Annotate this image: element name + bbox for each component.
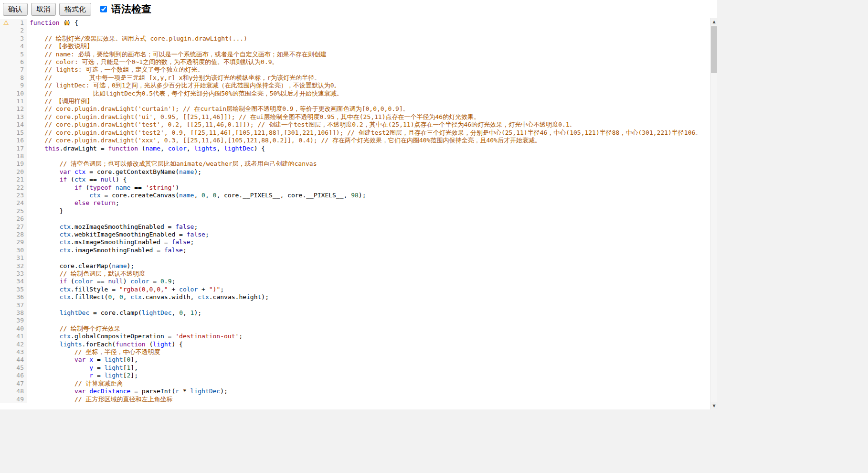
scroll-down-button[interactable]: ▼: [710, 402, 718, 409]
code-line: 35 ctx.fillStyle = "rgba(0,0,0," + color…: [0, 286, 710, 293]
code-line-text: ctx.fillStyle = "rgba(0,0,0," + color + …: [27, 286, 710, 293]
code-line-text: // color: 可选，只能是一个0~1之间的数，为不透明度的值。不填则默认为…: [27, 58, 710, 66]
line-number: 34: [0, 278, 27, 285]
line-number: 16: [0, 137, 27, 144]
code-line-text: [27, 254, 710, 262]
line-number: 21: [0, 176, 27, 183]
line-number: 7: [0, 66, 27, 74]
line-number: 18: [0, 152, 27, 160]
line-number: 19: [0, 160, 27, 168]
code-line: 17 this.drawLight = function (name, colo…: [0, 145, 710, 152]
line-number: 38: [0, 309, 27, 317]
code-line-text: var decDistance = parseInt(r * lightDec)…: [27, 387, 710, 395]
line-number: 23: [0, 192, 27, 199]
code-line: 36 ctx.fillRect(0, 0, ctx.canvas.width, …: [0, 293, 710, 301]
code-line: 24 else return;: [0, 199, 710, 207]
code-line: 19 // 清空色调层；也可以修改成其它层比如animate/weather层，…: [0, 160, 710, 168]
code-line-text: if (color == null) color = 0.9;: [27, 278, 710, 285]
line-number: 11: [0, 97, 27, 105]
line-number: 6: [0, 58, 27, 66]
line-number: 26: [0, 215, 27, 223]
code-line: 39: [0, 317, 710, 324]
code-line: 38 lightDec = core.clamp(lightDec, 0, 1)…: [0, 309, 710, 317]
code-line-text: lightDec = core.clamp(lightDec, 0, 1);: [27, 309, 710, 317]
syntax-check-label: 语法检查: [111, 2, 151, 16]
syntax-check-checkbox[interactable]: [100, 6, 107, 12]
line-number: 33: [0, 270, 27, 278]
line-number: 22: [0, 184, 27, 192]
code-line: 14 // core.plugin.drawLight('test', 0.2,…: [0, 121, 710, 129]
line-number: 13: [0, 113, 27, 121]
code-line: 47 // 计算衰减距离: [0, 380, 710, 387]
code-line-text: [27, 215, 710, 223]
line-number: 12: [0, 105, 27, 113]
code-line-text: var x = light[0],: [27, 356, 710, 364]
line-number: 8: [0, 74, 27, 82]
code-line: 30 ctx.imageSmoothingEnabled = false;: [0, 247, 710, 254]
code-line-text: // core.plugin.drawLight('curtain'); // …: [27, 105, 710, 113]
code-line: 31: [0, 254, 710, 262]
line-number: 28: [0, 231, 27, 238]
line-number: 49: [0, 396, 27, 403]
line-number: 44: [0, 356, 27, 364]
line-number: 41: [0, 333, 27, 340]
line-number: 30: [0, 247, 27, 254]
code-line-text: function () {: [27, 19, 710, 27]
code-line: 7 // lights: 可选，一个数组，定义了每个独立的灯光。: [0, 66, 710, 74]
code-line: 25 }: [0, 207, 710, 215]
code-line: 34 if (color == null) color = 0.9;: [0, 278, 710, 285]
line-number: 36: [0, 293, 27, 301]
code-line-text: // 绘制灯光/漆黑层效果。调用方式 core.plugin.drawLight…: [27, 35, 710, 43]
editor-area: ⚠1function () {2 3 // 绘制灯光/漆黑层效果。调用方式 co…: [0, 18, 717, 409]
code-line: ⚠1function () {: [0, 19, 710, 27]
code-line-text: ctx = core.createCanvas(name, 0, 0, core…: [27, 192, 710, 199]
vertical-scrollbar[interactable]: ▲ ▼: [710, 18, 717, 409]
code-line-text: [27, 317, 710, 324]
code-line: 10 // 比如lightDec为0.5代表，每个灯光部分内圈50%的范围全亮，…: [0, 90, 710, 97]
line-number: 24: [0, 199, 27, 207]
line-number: 25: [0, 207, 27, 215]
scrollbar-track[interactable]: [710, 25, 717, 402]
code-line: 26: [0, 215, 710, 223]
line-number: 27: [0, 223, 27, 231]
line-number: 48: [0, 387, 27, 395]
code-line-text: core.clearMap(name);: [27, 262, 710, 270]
script-editor-window: 确认 取消 格式化 语法检查 ⚠1function () {2 3 // 绘制灯…: [0, 0, 717, 409]
code-line-text: if (ctx == null) {: [27, 176, 710, 183]
code-line: 28 ctx.webkitImageSmoothingEnabled = fal…: [0, 231, 710, 238]
confirm-button[interactable]: 确认: [3, 3, 28, 16]
code-line-text: [27, 152, 710, 160]
toolbar: 确认 取消 格式化 语法检查: [0, 0, 717, 18]
code-line: 45 y = light[1],: [0, 364, 710, 372]
code-line-text: // 【调用样例】: [27, 97, 710, 105]
code-line-text: lights.forEach(function (light) {: [27, 341, 710, 348]
code-line-text: else return;: [27, 199, 710, 207]
line-number: 40: [0, 325, 27, 333]
code-line: 32 core.clearMap(name);: [0, 262, 710, 270]
code-line: 27 ctx.mozImageSmoothingEnabled = false;: [0, 223, 710, 231]
code-line: 18: [0, 152, 710, 160]
code-line-text: // core.plugin.drawLight('test', 0.2, [[…: [27, 121, 710, 129]
code-line-text: // 正方形区域的直径和左上角坐标: [27, 396, 710, 403]
code-line-text: this.drawLight = function (name, color, …: [27, 145, 710, 152]
code-line-text: r = light[2];: [27, 372, 710, 379]
code-line: 9 // lightDec: 可选，0到1之间，光从多少百分比才开始衰减（在此范…: [0, 82, 710, 89]
code-line: 3 // 绘制灯光/漆黑层效果。调用方式 core.plugin.drawLig…: [0, 35, 710, 43]
code-line: 33 // 绘制色调层，默认不透明度: [0, 270, 710, 278]
code-line-text: [27, 27, 710, 34]
code-editor[interactable]: ⚠1function () {2 3 // 绘制灯光/漆黑层效果。调用方式 co…: [0, 18, 710, 409]
code-line: 37: [0, 301, 710, 309]
format-button[interactable]: 格式化: [59, 3, 91, 16]
code-line: 12 // core.plugin.drawLight('curtain'); …: [0, 105, 710, 113]
line-number: 35: [0, 286, 27, 293]
line-number: 15: [0, 129, 27, 137]
line-number: 46: [0, 372, 27, 379]
code-line-text: // 【参数说明】: [27, 43, 710, 50]
scrollbar-thumb[interactable]: [711, 26, 717, 73]
scroll-up-button[interactable]: ▲: [710, 18, 718, 25]
code-line: 8 // 其中每一项是三元组 [x,y,r] x和y分别为该灯光的横纵坐标，r为…: [0, 74, 710, 82]
code-line-text: // name: 必填，要绘制到的画布名；可以是一个系统画布，或者是个自定义画布…: [27, 51, 710, 58]
cancel-button[interactable]: 取消: [31, 3, 56, 16]
code-line-text: // 其中每一项是三元组 [x,y,r] x和y分别为该灯光的横纵坐标，r为该灯…: [27, 74, 710, 82]
code-line: 48 var decDistance = parseInt(r * lightD…: [0, 387, 710, 395]
